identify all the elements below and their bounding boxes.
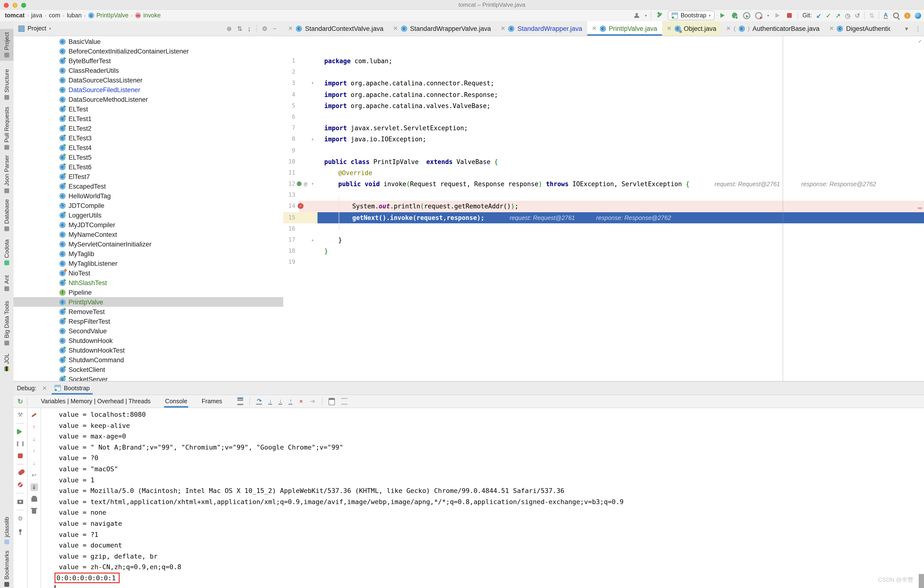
- sidebar-item-big-data-tools[interactable]: Big Data Tools: [0, 299, 13, 347]
- tree-item[interactable]: cELTest6: [13, 162, 283, 172]
- line-number[interactable]: 3: [283, 78, 295, 89]
- sidebar-item-structure[interactable]: Structure: [0, 68, 13, 101]
- fold-marker-icon[interactable]: ▴: [311, 134, 314, 145]
- hide-panel-icon[interactable]: −: [273, 25, 277, 32]
- sidebar-item-jol[interactable]: JOL: [0, 352, 13, 372]
- gear-icon[interactable]: ⚙: [262, 25, 267, 32]
- tree-item[interactable]: cRemoveTest: [13, 307, 283, 316]
- sidebar-item-ant[interactable]: Ant: [0, 272, 13, 294]
- line-number[interactable]: 6: [283, 112, 295, 122]
- code-line[interactable]: 18}: [283, 245, 924, 257]
- line-number[interactable]: 10: [283, 156, 295, 167]
- close-window-button[interactable]: [4, 3, 9, 8]
- code-editor[interactable]: 1package com.luban;23▾import org.apache.…: [283, 36, 924, 381]
- breadcrumb-item[interactable]: java: [31, 12, 42, 19]
- line-number[interactable]: 12: [283, 178, 295, 189]
- rerun-icon[interactable]: ↻: [17, 397, 23, 405]
- scrollbar-thumb[interactable]: [919, 574, 924, 588]
- tree-item[interactable]: cELTest3: [13, 133, 283, 143]
- breadcrumb-item[interactable]: invoke: [143, 12, 161, 19]
- locate-file-icon[interactable]: ⊕: [226, 25, 232, 32]
- code-line[interactable]: 3▾import org.apache.catalina.connector.R…: [283, 78, 924, 89]
- project-panel-header[interactable]: Project ▾ ⊕ ⇅ ↨ ⚙ −: [13, 21, 283, 36]
- tree-item[interactable]: cRespFilterTest: [13, 316, 283, 326]
- editor-tab[interactable]: ✕cStandardWrapperValve.java: [388, 21, 495, 36]
- stop-process-icon[interactable]: [16, 452, 24, 460]
- sidebar-item-pull-requests[interactable]: Pull Requests: [0, 106, 13, 150]
- profiler-button[interactable]: [755, 12, 763, 19]
- tree-item[interactable]: cBasicValue: [13, 37, 283, 46]
- layout-settings-icon[interactable]: [238, 397, 243, 405]
- line-number[interactable]: 14: [283, 201, 295, 212]
- tree-item[interactable]: cSecondValue: [13, 326, 283, 336]
- translate-icon[interactable]: A: [884, 12, 888, 18]
- tab-close-icon[interactable]: ✕: [393, 25, 398, 32]
- tree-item[interactable]: cMyServletContainerInitializer: [13, 239, 283, 249]
- tree-item[interactable]: cMyNameContext: [13, 230, 283, 239]
- next-occurrence-icon[interactable]: ↓: [30, 459, 38, 467]
- code-line[interactable]: 14✓System.out.println(request.getRemoteA…: [283, 201, 924, 212]
- chevron-down-icon[interactable]: ▾: [905, 25, 908, 32]
- fold-marker-icon[interactable]: ▾: [311, 178, 314, 189]
- up-stack-trace-icon[interactable]: ↑: [30, 423, 38, 431]
- tree-item[interactable]: cClassReaderUtils: [13, 66, 283, 75]
- code-line[interactable]: 19: [283, 257, 924, 268]
- drop-frame-icon[interactable]: ×: [299, 399, 303, 404]
- line-number[interactable]: 13: [283, 190, 295, 201]
- run-with-coverage-button[interactable]: [743, 12, 751, 19]
- git-commit-icon[interactable]: ✓: [826, 12, 831, 19]
- tree-item[interactable]: cELTest: [13, 104, 283, 114]
- fold-marker-icon[interactable]: ▴: [311, 234, 314, 245]
- fold-marker-icon[interactable]: ▾: [311, 78, 314, 89]
- tree-item[interactable]: cDataSourceFiledListener: [13, 85, 283, 94]
- tree-item[interactable]: cELTest1: [13, 114, 283, 124]
- editor-tab[interactable]: ✕cStandardWrapper.java: [496, 21, 587, 36]
- debug-session-tab[interactable]: Bootstrap: [52, 382, 92, 395]
- down-stack-trace-icon[interactable]: ↓: [30, 435, 38, 443]
- code-line[interactable]: 2: [283, 67, 924, 77]
- search-everywhere-icon[interactable]: [892, 12, 900, 19]
- tree-item[interactable]: cShutdownHook: [13, 336, 283, 345]
- view-options-icon[interactable]: [341, 398, 347, 405]
- tab-close-icon[interactable]: ✕: [501, 25, 505, 32]
- inspections-ok-icon[interactable]: ✓: [919, 38, 922, 44]
- tree-item[interactable]: cMyJDTCompiler: [13, 220, 283, 230]
- debug-tab-console[interactable]: Console: [164, 395, 188, 408]
- code-line[interactable]: 17▴}: [283, 234, 924, 245]
- view-breakpoints-icon[interactable]: [16, 469, 24, 476]
- tree-item[interactable]: cSocketClient: [13, 365, 283, 374]
- code-line[interactable]: 10public class PrintIpValve extends Valv…: [283, 156, 924, 167]
- code-line[interactable]: 8▴import java.io.IOException;: [283, 134, 924, 145]
- editor-tab[interactable]: ✕(c)AuthenticatorBase.java: [721, 21, 824, 36]
- line-number[interactable]: 18: [283, 245, 295, 257]
- breadcrumb-item[interactable]: PrintIpValve: [96, 12, 129, 19]
- mute-breakpoints-icon[interactable]: [16, 481, 24, 489]
- sidebar-item-json-parser[interactable]: Json Parser: [0, 155, 13, 193]
- code-line[interactable]: 15getNext().invoke(request,response);req…: [283, 212, 924, 223]
- line-number[interactable]: 8: [283, 134, 295, 145]
- line-number[interactable]: 11: [283, 167, 295, 178]
- tree-item[interactable]: cNthSlashTest: [13, 278, 283, 288]
- update-available-icon[interactable]: ↑: [904, 12, 911, 18]
- git-update-icon[interactable]: ↙: [816, 12, 822, 19]
- sidebar-item-database[interactable]: Database: [0, 198, 13, 232]
- line-number[interactable]: 1: [283, 56, 295, 67]
- tree-item[interactable]: cDataSourceMethodListener: [13, 94, 283, 104]
- maximize-window-button[interactable]: [21, 3, 26, 8]
- close-icon[interactable]: ✕: [42, 385, 47, 392]
- pin-tab-icon[interactable]: [16, 527, 24, 534]
- step-out-icon[interactable]: ↑: [289, 398, 293, 404]
- tree-item[interactable]: cEscapedTest: [13, 181, 283, 191]
- step-into-icon[interactable]: ↓: [269, 398, 272, 404]
- overrides-method-icon[interactable]: ↑: [297, 181, 302, 186]
- code-line[interactable]: 5import org.apache.catalina.valves.Valve…: [283, 100, 924, 112]
- editor-tab[interactable]: ✕cObject.java: [662, 21, 721, 36]
- tree-item[interactable]: cPrintIpValve: [13, 297, 283, 307]
- project-view-dropdown-caret[interactable]: ▾: [49, 26, 51, 31]
- line-number[interactable]: 9: [283, 145, 295, 156]
- pause-program-icon[interactable]: [16, 440, 24, 448]
- code-line[interactable]: 6: [283, 112, 924, 122]
- line-number[interactable]: 17: [283, 234, 295, 245]
- history-clock-icon[interactable]: ◷: [845, 12, 850, 19]
- user-profile-icon[interactable]: [633, 12, 640, 19]
